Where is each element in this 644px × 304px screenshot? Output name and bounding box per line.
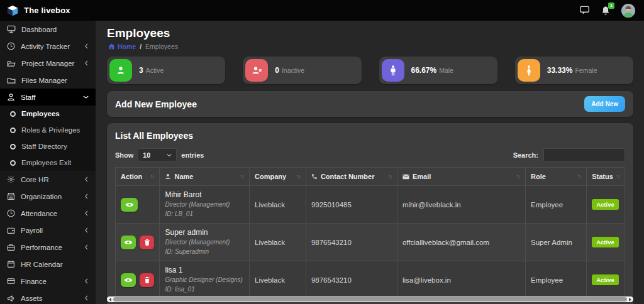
employee-name: Mihir Barot	[165, 190, 244, 199]
sort-icon: ↑↓	[616, 173, 621, 180]
horizontal-scrollbar[interactable]	[107, 296, 633, 302]
main-content: Employees Home / Employees 3 Active 0 In…	[96, 21, 644, 304]
sidebar-item-assets[interactable]: Assets	[0, 290, 96, 304]
employees-table: Action↑↓ Name↑↓ Company↑↓ Contact Number…	[115, 167, 625, 299]
breadcrumb-home-link[interactable]: Home	[108, 43, 136, 50]
sidebar-item-attendance[interactable]: Attendance	[0, 205, 96, 222]
sidebar-item-finance[interactable]: Finance	[0, 273, 96, 290]
sort-icon: ↑↓	[577, 173, 582, 180]
employee-id: ID: lisa_01	[165, 285, 244, 295]
chevron-left-icon	[84, 244, 89, 250]
chevron-left-icon	[84, 60, 89, 66]
sidebar-item-employees[interactable]: Employees	[0, 106, 96, 122]
staff-person-icon	[7, 93, 15, 101]
column-header-name[interactable]: Name↑↓	[160, 168, 250, 186]
notifications-bell-icon[interactable]: 1	[601, 6, 610, 16]
column-header-status[interactable]: Status↑↓	[587, 168, 625, 186]
user-avatar[interactable]	[621, 4, 635, 18]
employee-id: ID: LB_01	[165, 210, 244, 219]
sidebar-item-employees-exit[interactable]: Employees Exit	[0, 155, 96, 171]
sidebar-item-project-manager[interactable]: Project Manager	[0, 55, 96, 72]
employee-role: Super Admin	[526, 224, 587, 261]
chevron-left-icon	[84, 227, 89, 233]
column-header-action[interactable]: Action↑↓	[116, 168, 160, 186]
folder-icon	[7, 77, 16, 84]
calendar-icon	[7, 260, 15, 268]
stat-card-male: 66.67% Male	[379, 57, 497, 84]
status-badge: Active	[592, 274, 619, 285]
breadcrumb-separator: /	[140, 43, 142, 50]
sidebar-item-hr-calendar[interactable]: HR Calendar	[0, 256, 96, 273]
employee-company: Liveblack	[250, 261, 306, 299]
add-new-employee-title: Add New Employee	[115, 99, 197, 109]
view-button[interactable]	[121, 198, 138, 212]
employee-id: ID: Superadmin	[165, 247, 244, 257]
view-button[interactable]	[121, 236, 136, 249]
notification-badge: 1	[608, 3, 614, 9]
status-badge: Active	[592, 199, 619, 210]
page-size-select[interactable]: 10	[138, 148, 177, 161]
bullet-circle-icon	[10, 128, 16, 133]
sort-icon: ↑↓	[150, 173, 155, 180]
chevron-left-icon	[84, 43, 89, 49]
sidebar-item-payroll[interactable]: Payroll	[0, 222, 96, 239]
employee-company: Liveblack	[250, 224, 306, 261]
table-row: Super admin Director (Management) ID: Su…	[116, 224, 625, 261]
briefcase-icon	[7, 244, 15, 251]
bullet-circle-icon	[10, 144, 16, 149]
sidebar-item-files-manager[interactable]: Files Manager	[0, 72, 96, 89]
employee-list-panel: List All Employees Show 10 entries Searc…	[107, 123, 633, 304]
bullet-circle-icon	[10, 111, 16, 117]
column-header-role[interactable]: Role↑↓	[526, 168, 587, 186]
search-input[interactable]	[543, 148, 625, 161]
sort-icon: ↑↓	[240, 173, 245, 180]
view-button[interactable]	[121, 273, 136, 287]
status-badge: Active	[592, 237, 619, 247]
sidebar-item-staff-directory[interactable]: Staff Directory	[0, 138, 96, 155]
wallet-icon	[7, 227, 15, 234]
staff-submenu: Employees Roles & Privileges Staff Direc…	[0, 106, 96, 171]
add-new-employee-panel: Add New Employee Add New	[107, 91, 633, 117]
page-size-group: Show 10 entries	[115, 148, 204, 161]
column-header-email[interactable]: Email↑↓	[397, 168, 525, 186]
page-title: Employees	[107, 26, 633, 40]
sidebar-item-performance[interactable]: Performance	[0, 239, 96, 256]
employee-company: Liveblack	[250, 186, 306, 224]
scrollbar-thumb[interactable]	[113, 297, 627, 301]
add-new-button[interactable]: Add New	[584, 96, 625, 112]
clock-icon	[7, 209, 15, 217]
employee-designation: Director (Management)	[165, 200, 244, 210]
sidebar-item-dashboard[interactable]: Dashboard	[0, 21, 96, 38]
male-icon	[382, 59, 404, 82]
sidebar-item-staff[interactable]: Staff	[0, 89, 96, 106]
clock-icon	[7, 42, 15, 50]
gear-icon	[7, 175, 15, 183]
sort-icon: ↑↓	[387, 173, 392, 180]
female-icon	[518, 59, 540, 82]
brand[interactable]: The livebox	[6, 4, 70, 17]
employee-role: Employee	[526, 186, 587, 224]
sidebar-item-organization[interactable]: Organization	[0, 188, 96, 205]
employee-contact: 9925010485	[306, 186, 397, 224]
topbar: The livebox 1	[0, 0, 644, 21]
chat-icon[interactable]	[579, 6, 590, 15]
building-icon	[7, 192, 15, 200]
sidebar-item-core-hr[interactable]: Core HR	[0, 171, 96, 188]
chevron-left-icon	[84, 176, 89, 182]
scroll-right-arrow-icon[interactable]	[629, 298, 631, 301]
chevron-down-icon	[167, 153, 172, 157]
sidebar-item-roles-privileges[interactable]: Roles & Privileges	[0, 122, 96, 138]
employee-name: lisa 1	[165, 266, 244, 274]
delete-button[interactable]	[140, 236, 155, 249]
brand-name: The livebox	[24, 6, 70, 15]
employee-email: lisa@livebox.in	[397, 261, 525, 299]
sidebar-item-activity-tracker[interactable]: Activity Tracker	[0, 38, 96, 55]
phone-icon	[311, 173, 318, 180]
employee-designation: Director (Management)	[165, 238, 244, 247]
column-header-contact[interactable]: Contact Number↑↓	[306, 168, 397, 186]
delete-button[interactable]	[140, 273, 155, 287]
search-label: Search:	[513, 151, 538, 159]
scroll-left-arrow-icon[interactable]	[109, 298, 111, 301]
column-header-company[interactable]: Company↑↓	[250, 168, 306, 186]
credit-card-icon	[7, 278, 15, 285]
